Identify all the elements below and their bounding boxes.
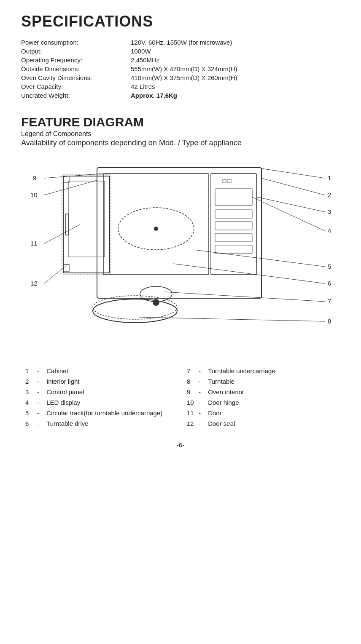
legend-label: Circular track(for turntable undercarria… (46, 409, 162, 417)
spec-row: Oven Cavity Dimensions: 410mm(W) X 375mm… (21, 73, 340, 82)
svg-line-31 (44, 180, 97, 195)
svg-line-26 (194, 250, 325, 267)
legend-item: 10 - Door hinge (187, 397, 336, 408)
legend-num: 10 (187, 399, 199, 406)
legend-dash: - (199, 420, 206, 427)
legend-label: Door seal (208, 420, 235, 427)
legend-dash: - (199, 388, 206, 395)
svg-text:2: 2 (328, 191, 331, 198)
svg-rect-14 (223, 179, 226, 183)
legend-num: 6 (25, 420, 37, 427)
legend-grid: 1 - Cabinet2 - Interior light3 - Control… (21, 366, 340, 429)
legend-label: Door (208, 409, 222, 417)
legend-title: Legend of Components (21, 130, 340, 138)
svg-text:5: 5 (328, 263, 331, 270)
spec-value: 2,450MHz (131, 56, 340, 64)
legend-dash: - (199, 367, 206, 374)
legend-dash: - (37, 367, 45, 374)
spec-label: Operating Frequency: (21, 56, 131, 64)
legend-col-right: 7 - Turntable undercarriage8 - Turntable… (187, 366, 336, 429)
svg-rect-12 (215, 233, 252, 242)
legend-item: 7 - Turntable undercarriage (187, 366, 336, 376)
svg-line-22 (261, 168, 325, 178)
legend-item: 9 - Oven interior (187, 387, 336, 397)
page-number: -6- (21, 441, 340, 449)
spec-row: Power consumption:120V, 60Hz, 1550W (for… (21, 38, 340, 47)
spec-label: Output: (21, 47, 131, 56)
legend-num: 2 (25, 378, 37, 385)
legend-label: Turntable undercarriage (208, 367, 275, 374)
svg-text:6: 6 (328, 280, 331, 287)
legend-label: Turntable (208, 378, 234, 385)
legend-item: 2 - Interior light (25, 376, 174, 387)
svg-text:4: 4 (328, 227, 331, 234)
spec-table: Power consumption:120V, 60Hz, 1550W (for… (21, 38, 340, 100)
legend-num: 4 (25, 399, 37, 406)
svg-rect-17 (68, 181, 105, 257)
svg-rect-11 (215, 222, 252, 230)
spec-row: Over Capacity:42 Litres (21, 82, 340, 91)
legend-dash: - (199, 409, 206, 417)
svg-text:11: 11 (30, 240, 38, 247)
svg-line-28 (164, 292, 325, 302)
spec-row: Outside Dimensions:555mm(W) X 470mm(D) X… (21, 64, 340, 73)
spec-value: Approx. 17.6Kg (131, 91, 340, 100)
svg-text:10: 10 (30, 191, 38, 198)
svg-rect-13 (215, 245, 252, 254)
svg-text:9: 9 (33, 174, 36, 182)
svg-line-23 (261, 178, 325, 195)
legend-num: 8 (187, 378, 199, 385)
diagram-svg: 1 2 3 4 5 6 7 8 9 10 11 12 (21, 155, 340, 357)
legend-label: Cabinet (46, 367, 68, 374)
legend-num: 11 (187, 409, 199, 417)
svg-text:1: 1 (328, 174, 331, 182)
legend-col-left: 1 - Cabinet2 - Interior light3 - Control… (25, 366, 174, 429)
spec-value: 120V, 60Hz, 1550W (for microwave) (131, 38, 340, 47)
legend-dash: - (37, 409, 45, 417)
svg-text:3: 3 (328, 208, 331, 215)
svg-rect-10 (215, 210, 252, 218)
legend-item: 1 - Cabinet (25, 366, 174, 376)
legend-label: Turntable drive (46, 420, 89, 427)
svg-text:12: 12 (30, 280, 38, 287)
legend-item: 11 - Door (187, 408, 336, 418)
spec-label: Uncrated Weight: (21, 91, 131, 100)
legend-num: 7 (187, 367, 199, 374)
spec-label: Over Capacity: (21, 82, 131, 91)
legend-dash: - (199, 378, 206, 385)
spec-value: 410mm(W) X 375mm(D) X 260mm(H) (131, 73, 340, 82)
legend-num: 9 (187, 388, 199, 395)
spec-value: 1000W (131, 47, 340, 56)
svg-text:8: 8 (328, 318, 331, 325)
legend-item: 8 - Turntable (187, 376, 336, 387)
legend-dash: - (199, 399, 206, 406)
spec-row: Operating Frequency:2,450MHz (21, 56, 340, 64)
svg-point-3 (154, 227, 158, 231)
legend-dash: - (37, 388, 45, 395)
legend-dash: - (37, 420, 45, 427)
spec-row: Output: 1000W (21, 47, 340, 56)
legend-num: 1 (25, 367, 37, 374)
legend-num: 5 (25, 409, 37, 417)
svg-line-27 (173, 264, 325, 283)
legend-item: 4 - LED display (25, 397, 174, 408)
svg-line-33 (44, 264, 68, 283)
legend-dash: - (37, 399, 45, 406)
svg-line-29 (139, 317, 325, 321)
legend-label: LED display (46, 399, 80, 406)
legend-label: Control panel (46, 388, 84, 395)
svg-rect-16 (63, 176, 110, 273)
legend-item: 5 - Circular track(for turntable underca… (25, 408, 174, 418)
feature-diagram-title: FEATURE DIAGRAM (21, 115, 340, 129)
svg-text:7: 7 (328, 297, 331, 305)
legend-num: 12 (187, 420, 199, 427)
legend-label: Door hinge (208, 399, 239, 406)
svg-rect-0 (97, 168, 261, 298)
feature-diagram: 1 2 3 4 5 6 7 8 9 10 11 12 (21, 155, 340, 357)
legend-label: Oven interior (208, 388, 244, 395)
spec-value: 555mm(W) X 470mm(D) X 324mm(H) (131, 64, 340, 73)
spec-label: Oven Cavity Dimensions: (21, 73, 131, 82)
svg-rect-15 (228, 179, 231, 183)
spec-label: Power consumption: (21, 38, 131, 47)
legend-item: 12 - Door seal (187, 418, 336, 429)
